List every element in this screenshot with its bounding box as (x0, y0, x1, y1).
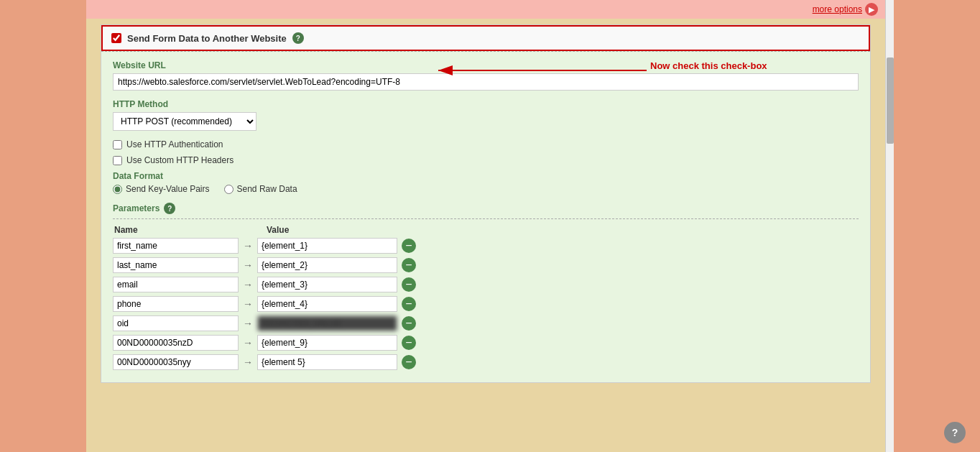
table-row: → − (113, 296, 859, 312)
help-button[interactable]: ? (944, 422, 966, 443)
form-body: Website URL HTTP Method HTTP POST (recom… (101, 51, 870, 382)
send-form-help-icon[interactable]: ? (292, 32, 304, 44)
param-arrow-1: → (243, 259, 253, 271)
send-form-checkbox[interactable] (111, 33, 121, 43)
radio-key-value: Send Key-Value Pairs (113, 184, 210, 194)
radio-raw-data-input[interactable] (224, 185, 234, 194)
form-panel-header: Send Form Data to Another Website ? (101, 25, 870, 51)
table-row: → − (113, 354, 859, 370)
parameters-header: Parameters ? (113, 203, 859, 214)
custom-headers-checkbox[interactable] (113, 156, 122, 165)
http-auth-row: Use HTTP Authentication (113, 139, 859, 149)
param-name-5[interactable] (113, 335, 239, 351)
param-arrow-0: → (243, 240, 253, 252)
website-url-group: Website URL (113, 60, 859, 91)
remove-btn-6[interactable]: − (402, 355, 416, 369)
col-value-header: Value (267, 225, 289, 235)
param-value-2[interactable] (257, 277, 397, 292)
remove-btn-4[interactable]: − (402, 316, 416, 331)
radio-raw-data: Send Raw Data (224, 184, 297, 194)
param-value-4[interactable] (257, 315, 397, 331)
col-name-header: Name (114, 225, 244, 235)
table-row: → − (113, 315, 859, 331)
left-sidebar (0, 0, 86, 452)
param-arrow-4: → (243, 318, 253, 329)
data-format-radios: Send Key-Value Pairs Send Raw Data (113, 184, 859, 194)
param-name-6[interactable] (113, 354, 239, 370)
remove-btn-2[interactable]: − (402, 277, 416, 292)
remove-btn-1[interactable]: − (402, 258, 416, 272)
remove-btn-0[interactable]: − (402, 239, 416, 253)
custom-headers-row: Use Custom HTTP Headers (113, 155, 859, 165)
more-options-icon[interactable]: ▶ (865, 3, 878, 16)
param-value-6[interactable] (257, 354, 397, 370)
radio-raw-data-label: Send Raw Data (237, 184, 297, 194)
data-format-group: Data Format Send Key-Value Pairs Send Ra… (113, 171, 859, 194)
parameters-label: Parameters (113, 203, 160, 213)
website-url-label: Website URL (113, 60, 859, 70)
remove-btn-3[interactable]: − (402, 297, 416, 311)
param-name-0[interactable] (113, 238, 239, 254)
radio-key-value-input[interactable] (113, 185, 122, 194)
right-sidebar (894, 0, 980, 452)
main-content: more options ▶ Send Form Data to Another… (86, 0, 885, 452)
http-method-group: HTTP Method HTTP POST (recommended) HTTP… (113, 99, 859, 131)
more-options-link[interactable]: more options (813, 4, 862, 14)
data-format-label: Data Format (113, 171, 859, 181)
scrollbar-thumb[interactable] (887, 57, 894, 144)
custom-headers-label: Use Custom HTTP Headers (126, 155, 234, 165)
param-name-1[interactable] (113, 257, 239, 273)
remove-btn-5[interactable]: − (402, 336, 416, 350)
params-col-headers: Name Value (113, 225, 859, 235)
table-row: → − (113, 335, 859, 351)
top-bar: more options ▶ (86, 0, 885, 19)
param-name-2[interactable] (113, 277, 239, 292)
param-value-0[interactable] (257, 238, 397, 254)
http-auth-checkbox[interactable] (113, 140, 122, 149)
param-arrow-2: → (243, 279, 253, 290)
send-form-checkbox-label: Send Form Data to Another Website (127, 33, 287, 44)
form-panel: Send Form Data to Another Website ? Webs… (101, 24, 871, 383)
param-arrow-5: → (243, 337, 253, 349)
table-row: → − (113, 257, 859, 273)
http-method-label: HTTP Method (113, 99, 859, 109)
param-value-5[interactable] (257, 335, 397, 351)
radio-key-value-label: Send Key-Value Pairs (126, 184, 210, 194)
http-method-select[interactable]: HTTP POST (recommended) HTTP GET (113, 112, 256, 131)
param-value-3[interactable] (257, 296, 397, 312)
param-arrow-6: → (243, 356, 253, 368)
parameters-help-icon[interactable]: ? (164, 203, 175, 214)
website-url-input[interactable] (113, 73, 859, 91)
table-row: → − (113, 277, 859, 292)
param-name-3[interactable] (113, 296, 239, 312)
param-value-1[interactable] (257, 257, 397, 273)
table-row: → − (113, 238, 859, 254)
scrollbar[interactable] (885, 0, 894, 452)
param-name-4[interactable] (113, 315, 239, 331)
param-arrow-3: → (243, 298, 253, 310)
http-auth-label: Use HTTP Authentication (126, 139, 223, 149)
parameters-section: Parameters ? Name Value → − (113, 203, 859, 370)
params-divider (113, 218, 859, 219)
